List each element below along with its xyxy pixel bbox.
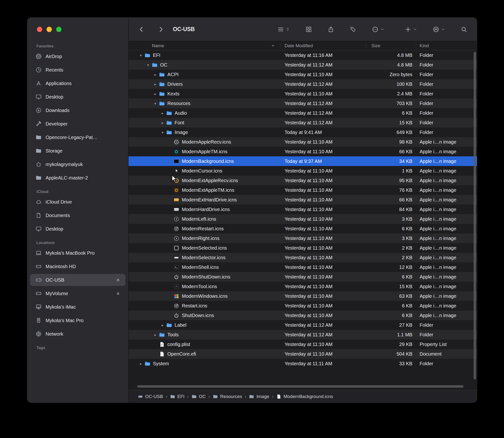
file-row-modernrestart-icns[interactable]: ModernRestart.icnsYesterday at 11:10 AM6… — [128, 224, 477, 233]
sidebar-item-oc-usb[interactable]: OC-USB — [30, 274, 126, 286]
file-date-modified: Yesterday at 11:10 AM — [280, 236, 366, 241]
new-item-button[interactable] — [405, 26, 417, 33]
path-item-efi[interactable]: EFI — [170, 394, 185, 399]
column-divider — [280, 43, 280, 48]
file-row-modernwindows-icns[interactable]: ModernWindows.icnsYesterday at 11:10 AM6… — [128, 291, 477, 301]
disclosure-closed-icon[interactable]: ▸ — [152, 92, 159, 96]
file-kind: Apple i…n image — [416, 178, 477, 183]
file-row-modernbackground-icns[interactable]: ModernBackground.icnsToday at 9:37 AM34 … — [128, 156, 477, 166]
sidebar-item-applealc-master-2[interactable]: AppleALC-master-2 — [30, 172, 126, 184]
edit-tags-button[interactable] — [350, 26, 356, 33]
sidebar-item-desktop[interactable]: Desktop — [30, 91, 126, 103]
file-row-system[interactable]: ▸SystemYesterday at 11:11 AM33 KBFolder — [128, 359, 477, 368]
file-row-modernshutdown-icns[interactable]: ModernShutDown.icnsYesterday at 11:10 AM… — [128, 272, 477, 282]
file-row-acpi[interactable]: ▸ACPIYesterday at 11:10 AMZero bytesFold… — [128, 70, 477, 79]
disclosure-closed-icon[interactable]: ▸ — [152, 82, 159, 86]
group-by-button[interactable] — [305, 26, 312, 33]
file-row-modernextappletm-icns[interactable]: ModernExtAppleTM.icnsYesterday at 11:10 … — [128, 185, 477, 195]
share-button[interactable] — [328, 26, 334, 33]
horizontal-scrollbar[interactable] — [137, 385, 463, 388]
search-button[interactable] — [461, 26, 467, 33]
disclosure-open-icon[interactable]: ▾ — [159, 131, 166, 134]
file-row-image[interactable]: ▾ImageToday at 9:41 AM649 KBFolder — [128, 127, 477, 137]
column-header-date-modified[interactable]: Date Modified — [280, 41, 366, 50]
file-row-opencore-efi[interactable]: OpenCore.efiYesterday at 11:10 AM504 KBD… — [128, 349, 477, 359]
file-row-font[interactable]: ▸FontYesterday at 11:12 AM15 KBFolder — [128, 118, 477, 127]
disclosure-closed-icon[interactable]: ▸ — [159, 323, 166, 327]
path-item-image[interactable]: Image — [249, 394, 269, 399]
back-button[interactable] — [138, 26, 145, 33]
sidebar-section-locations: Locations — [30, 241, 126, 245]
eject-icon[interactable] — [115, 291, 121, 296]
forward-button[interactable] — [158, 26, 164, 33]
file-date-modified: Yesterday at 11:12 AM — [280, 332, 366, 338]
file-row-restart-icns[interactable]: Restart.icnsYesterday at 11:10 AM6 KBApp… — [128, 301, 477, 311]
file-row-shutdown-icns[interactable]: ShutDown.icnsYesterday at 11:10 AM6 KBAp… — [128, 311, 477, 320]
disclosure-closed-icon[interactable]: ▸ — [152, 73, 159, 76]
disclosure-open-icon[interactable]: ▾ — [152, 102, 159, 105]
file-row-modernapplerecv-icns[interactable]: ModernAppleRecv.icnsYesterday at 11:10 A… — [128, 137, 477, 147]
sidebar-item-macintosh-hd[interactable]: Macintosh HD — [30, 261, 126, 273]
fullscreen-button[interactable] — [56, 27, 61, 32]
disclosure-closed-icon[interactable]: ▸ — [152, 333, 159, 337]
file-row-drivers[interactable]: ▸DriversYesterday at 11:12 AM100 KBFolde… — [128, 79, 477, 89]
file-row-audio[interactable]: ▸AudioYesterday at 11:12 AM6 KBFolder — [128, 108, 477, 118]
file-row-modernharddrive-icns[interactable]: ModernHardDrive.icnsYesterday at 11:10 A… — [128, 205, 477, 214]
sidebar-item-mykola-s-mac-pro[interactable]: Mykola’s Mac Pro — [30, 314, 126, 327]
file-row-modernextapplerecv-icns[interactable]: ModernExtAppleRecv.icnsYesterday at 11:1… — [128, 176, 477, 185]
file-row-moderntool-icns[interactable]: ModernTool.icnsYesterday at 11:10 AM15 K… — [128, 282, 477, 291]
disclosure-open-icon[interactable]: ▾ — [137, 54, 144, 57]
file-row-modernextharddrive-icns[interactable]: ModernExtHardDrive.icnsYesterday at 11:1… — [128, 195, 477, 205]
sidebar-item-myvolume[interactable]: MyVolume — [30, 287, 126, 299]
close-button[interactable] — [37, 27, 42, 32]
file-name: EFI — [153, 53, 160, 58]
path-item-resources[interactable]: Resources — [213, 394, 242, 399]
file-row-modernappletm-icns[interactable]: ModernAppleTM.icnsYesterday at 11:10 AM6… — [128, 147, 477, 156]
file-row-efi[interactable]: ▾EFIYesterday at 11:16 AM4.8 MBFolder — [128, 50, 477, 60]
sidebar-item-desktop[interactable]: Desktop — [30, 223, 126, 235]
more-actions-button[interactable] — [372, 26, 384, 33]
disclosure-closed-icon[interactable]: ▸ — [159, 121, 166, 125]
path-item-oc-usb[interactable]: OC-USB — [138, 394, 163, 399]
file-row-modernselector-icns[interactable]: ModernSelector.icnsYesterday at 11:10 AM… — [128, 253, 477, 262]
file-row-config-plist[interactable]: config.plistYesterday at 11:10 AM29 KBPr… — [128, 339, 477, 349]
minimize-button[interactable] — [46, 27, 52, 32]
file-size: 6 KB — [366, 226, 416, 231]
sidebar-item-storage[interactable]: Storage — [30, 145, 126, 157]
file-row-modernshell-icns[interactable]: ModernShell.icnsYesterday at 11:10 AM12 … — [128, 262, 477, 272]
sidebar-item-network[interactable]: Network — [30, 328, 126, 340]
file-row-modernleft-icns[interactable]: ModernLeft.icnsYesterday at 11:10 AM3 KB… — [128, 214, 477, 224]
disclosure-open-icon[interactable]: ▾ — [144, 63, 152, 67]
sidebar-item-applications[interactable]: Applications — [30, 77, 126, 89]
view-options-button[interactable] — [277, 26, 290, 33]
path-item-modernbackground-icns[interactable]: ModernBackground.icns — [276, 394, 333, 399]
file-row-oc[interactable]: ▾OCYesterday at 11:12 AM4.8 MBFolder — [128, 60, 477, 70]
column-header-size[interactable]: Size — [366, 41, 416, 50]
eject-icon[interactable] — [115, 278, 121, 283]
sidebar-item-mykola-s-imac[interactable]: Mykola’s iMac — [30, 301, 126, 313]
path-item-label: Resources — [220, 394, 242, 399]
account-button[interactable] — [433, 26, 445, 33]
sidebar-item-opencore-legacy-pat[interactable]: Opencore-Legacy-Pat… — [30, 131, 126, 143]
file-row-label[interactable]: ▸LabelYesterday at 11:12 AM27 KBFolder — [128, 320, 477, 330]
vertical-scrollbar[interactable] — [474, 52, 476, 379]
disclosure-closed-icon[interactable]: ▸ — [159, 111, 166, 115]
disclosure-closed-icon[interactable]: ▸ — [137, 362, 144, 365]
sidebar-item-downloads[interactable]: Downloads — [30, 104, 126, 116]
file-row-modernright-icns[interactable]: ModernRight.icnsYesterday at 11:10 AM3 K… — [128, 233, 477, 243]
sidebar-item-mykolagrymalyuk[interactable]: mykolagrymalyuk — [30, 158, 126, 170]
file-row-moderncursor-icns[interactable]: ModernCursor.icnsYesterday at 11:10 AM1 … — [128, 166, 477, 176]
file-row-resources[interactable]: ▾ResourcesYesterday at 11:12 AM703 KBFol… — [128, 99, 477, 108]
sidebar-item-airdrop[interactable]: AirDrop — [30, 50, 126, 62]
sidebar-item-recents[interactable]: Recents — [30, 64, 126, 76]
sidebar-item-icloud-drive[interactable]: iCloud Drive — [30, 196, 126, 208]
column-header-name[interactable]: Name — [128, 41, 280, 50]
column-header-kind[interactable]: Kind — [416, 41, 477, 50]
sidebar-item-developer[interactable]: Developer — [30, 118, 126, 130]
file-row-kexts[interactable]: ▸KextsYesterday at 11:10 AM2.4 MBFolder — [128, 89, 477, 99]
sidebar-item-mykola-s-macbook-pro[interactable]: Mykola’s MacBook Pro — [30, 247, 126, 259]
file-row-tools[interactable]: ▸ToolsYesterday at 11:12 AM1.1 MBFolder — [128, 330, 477, 339]
path-item-oc[interactable]: OC — [192, 394, 206, 399]
sidebar-item-documents[interactable]: Documents — [30, 209, 126, 221]
file-row-modernselected-icns[interactable]: ModernSelected.icnsYesterday at 11:10 AM… — [128, 243, 477, 253]
